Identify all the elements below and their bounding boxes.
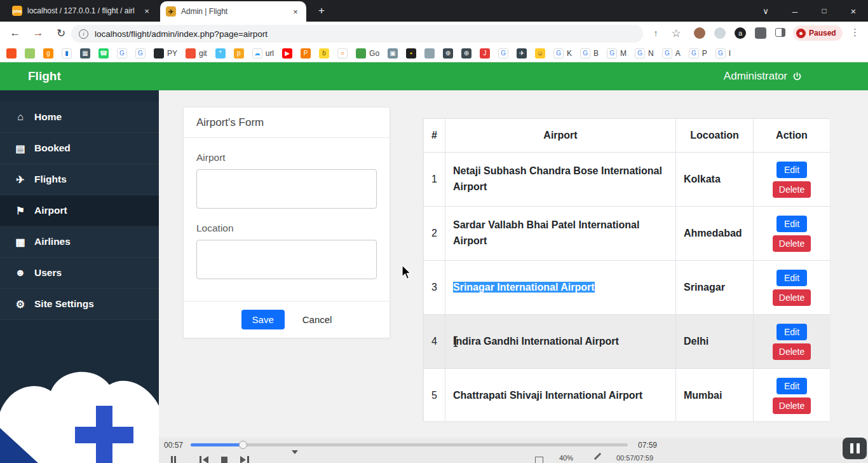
pen-tool-icon[interactable]: [594, 453, 601, 460]
bookmark-item[interactable]: G: [135, 48, 146, 59]
bookmark-item[interactable]: G: [117, 48, 127, 59]
sidebar-item-site-settings[interactable]: ⚙ Site Settings: [0, 289, 159, 320]
location-cell: Srinagar: [676, 261, 754, 315]
share-icon[interactable]: ↑: [649, 27, 662, 39]
browser-toolbar: ← → ↻ i localhost/flight/admin/index.php…: [0, 22, 868, 45]
bookmark-item[interactable]: *: [215, 48, 226, 59]
bookmark-favicon: G: [553, 48, 564, 59]
bookmark-item[interactable]: GN: [635, 48, 654, 59]
bookmark-item[interactable]: [6, 48, 17, 59]
bookmark-item[interactable]: GI: [715, 48, 731, 59]
bookmark-item[interactable]: ⊕: [443, 48, 453, 59]
next-button[interactable]: [236, 453, 253, 463]
bookmark-item[interactable]: J: [480, 48, 490, 59]
bookmark-item[interactable]: GB: [580, 48, 599, 59]
edit-button[interactable]: Edit: [776, 378, 807, 394]
bookmark-item[interactable]: ▶: [282, 48, 292, 59]
sidebar-item-home[interactable]: ⌂ Home: [0, 102, 159, 133]
tab-close-icon[interactable]: ×: [290, 6, 301, 17]
a-extension-icon[interactable]: a: [735, 27, 746, 39]
location-input[interactable]: [196, 240, 377, 279]
page-content: Flight Administrator ⌂ Home ▤ Booked: [0, 62, 868, 463]
bookmark-item[interactable]: G: [498, 48, 508, 59]
floating-pause-button[interactable]: [843, 438, 867, 459]
sidebar-item-airlines[interactable]: ▦ Airlines: [0, 226, 159, 258]
bookmark-item[interactable]: ○: [337, 48, 348, 59]
bookmark-item[interactable]: GA: [662, 48, 681, 59]
window-minimize-button[interactable]: –: [787, 3, 803, 18]
bookmark-item[interactable]: ✈: [517, 48, 527, 59]
extensions-puzzle-icon[interactable]: [755, 27, 766, 39]
window-maximize-button[interactable]: □: [817, 3, 832, 18]
site-info-icon[interactable]: i: [79, 29, 88, 39]
seek-bar[interactable]: [191, 443, 628, 446]
delete-button[interactable]: Delete: [773, 235, 811, 252]
sidebar-item-booked[interactable]: ▤ Booked: [0, 133, 159, 164]
edit-button[interactable]: Edit: [776, 270, 807, 286]
bookmark-item[interactable]: ▪: [406, 48, 416, 59]
volume-stepper-icon[interactable]: [283, 453, 300, 463]
bookmark-favicon: G: [498, 48, 508, 59]
edit-button[interactable]: Edit: [776, 162, 807, 178]
save-button[interactable]: Save: [241, 310, 285, 329]
admin-menu[interactable]: Administrator: [724, 62, 802, 90]
sidebar-item-airport[interactable]: ⚑ Airport: [0, 195, 159, 226]
bookmark-item[interactable]: GK: [553, 48, 572, 59]
bookmark-item[interactable]: ☎: [98, 48, 109, 59]
browser-tab-phpmyadmin[interactable]: pma localhost / 127.0.0.1 / flight / air…: [6, 0, 158, 22]
brand-link[interactable]: Flight: [28, 62, 61, 90]
stop-button[interactable]: [216, 453, 233, 463]
bookmark-item[interactable]: g: [43, 48, 53, 59]
address-bar[interactable]: i localhost/flight/admin/index.php?page=…: [71, 25, 643, 43]
bookmark-item[interactable]: ⊕: [461, 48, 471, 59]
bookmark-item[interactable]: ▣: [388, 48, 398, 59]
edit-button[interactable]: Edit: [776, 324, 807, 340]
new-tab-button[interactable]: +: [314, 3, 329, 18]
back-button[interactable]: ←: [8, 25, 23, 41]
bookmark-item[interactable]: Go: [356, 48, 379, 59]
bookmark-item[interactable]: ▮: [62, 48, 72, 59]
tabby-cat-extension-icon[interactable]: [694, 27, 705, 39]
bookmark-star-icon[interactable]: ☆: [670, 27, 682, 39]
bookmark-item[interactable]: p: [234, 48, 244, 59]
bookmark-item[interactable]: git: [186, 48, 207, 59]
cancel-button[interactable]: Cancel: [302, 314, 332, 325]
bookmark-favicon: ✈: [517, 48, 527, 59]
bookmark-item[interactable]: [25, 48, 35, 59]
player-progress-knob[interactable]: [239, 441, 247, 449]
bookmark-item[interactable]: P: [301, 48, 311, 59]
bookmark-item[interactable]: ☁url: [252, 48, 274, 59]
bookmark-item[interactable]: PY: [154, 48, 177, 59]
delete-button[interactable]: Delete: [773, 397, 811, 414]
reload-button[interactable]: ↻: [53, 25, 69, 41]
sync-paused-badge[interactable]: ☻ Paused: [793, 25, 843, 41]
window-close-button[interactable]: ×: [846, 3, 861, 18]
forward-button[interactable]: →: [31, 25, 46, 41]
sidebar-menu: ⌂ Home ▤ Booked ✈ Flights ⚑ Airport ▦: [0, 102, 159, 320]
side-panel-icon[interactable]: [775, 28, 785, 37]
action-cell: Edit Delete: [754, 369, 831, 422]
bookmark-item[interactable]: GP: [689, 48, 707, 59]
delete-button[interactable]: Delete: [773, 343, 811, 360]
tab-search-chevron-icon[interactable]: ∨: [758, 3, 773, 18]
previous-button[interactable]: [196, 453, 212, 463]
pause-button[interactable]: [165, 453, 182, 463]
bookmark-item[interactable]: [424, 48, 435, 59]
airport-input[interactable]: [196, 169, 377, 209]
delete-button[interactable]: Delete: [773, 289, 811, 306]
sidebar-item-users[interactable]: ☻ Users: [0, 258, 159, 289]
bookmark-item[interactable]: b: [319, 48, 329, 59]
browser-menu-icon[interactable]: ⋮: [850, 27, 860, 38]
sidebar-item-flights[interactable]: ✈ Flights: [0, 164, 159, 195]
power-icon[interactable]: [792, 72, 802, 81]
airport-name: Netaji Subhash Chandra Bose Internationa…: [453, 165, 662, 192]
edit-button[interactable]: Edit: [776, 216, 807, 232]
tab-close-icon[interactable]: ×: [142, 6, 152, 16]
delete-button[interactable]: Delete: [773, 181, 811, 198]
screenshot-button[interactable]: [531, 453, 547, 463]
bookmark-item[interactable]: ▦: [80, 48, 90, 59]
browser-tab-admin-flight[interactable]: ✈ Admin | Flight ×: [160, 1, 306, 22]
bookmark-item[interactable]: GM: [607, 48, 627, 59]
bookmark-item[interactable]: ☺: [535, 48, 545, 59]
hand-extension-icon[interactable]: [714, 27, 726, 39]
